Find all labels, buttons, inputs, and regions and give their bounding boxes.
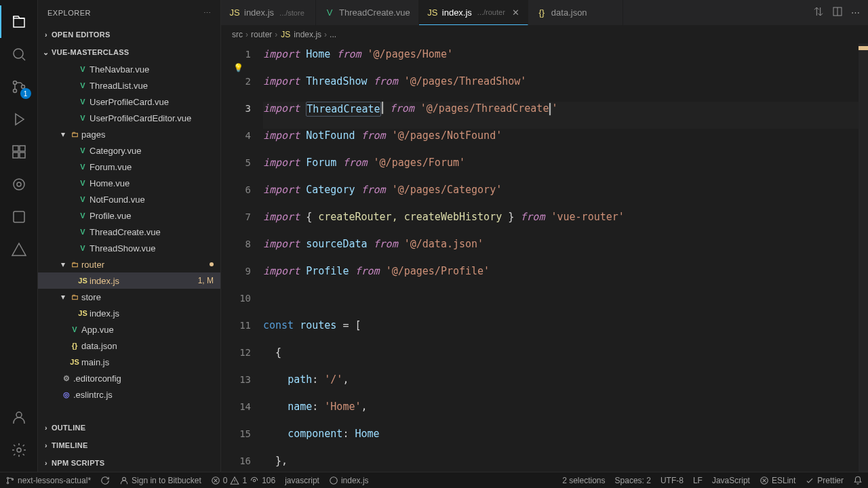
account-icon[interactable] bbox=[0, 401, 38, 434]
editor-body[interactable]: 1💡2345678910111213141516 import Home fro… bbox=[221, 43, 868, 472]
radio-count: 106 bbox=[262, 476, 275, 485]
timeline-section[interactable]: › TIMELINE bbox=[38, 436, 220, 454]
scm-activity-icon[interactable]: 1 bbox=[0, 70, 38, 103]
tree-file[interactable]: {}data.json bbox=[38, 338, 220, 354]
encoding-status[interactable]: UTF-8 bbox=[660, 476, 684, 485]
tab-bar: JSindex.js.../storeVThreadCreate.vueJSin… bbox=[221, 0, 868, 26]
chevron-right-icon: › bbox=[41, 30, 52, 39]
split-editor-icon[interactable] bbox=[832, 6, 843, 19]
extensions-activity-icon[interactable] bbox=[0, 136, 38, 168]
tree-file[interactable]: VThreadList.vue bbox=[38, 77, 220, 94]
svg-point-17 bbox=[123, 477, 126, 481]
tree-folder[interactable]: ▾🗀pages bbox=[38, 126, 220, 142]
tab-actions: ⋯ bbox=[805, 0, 868, 25]
npm-scripts-section[interactable]: › NPM SCRIPTS bbox=[38, 454, 220, 472]
tree-file[interactable]: VApp.vue bbox=[38, 321, 220, 338]
tree-folder[interactable]: ▾🗀router bbox=[38, 256, 220, 272]
code-content[interactable]: import Home from '@/pages/Home'import Th… bbox=[263, 43, 868, 472]
tree-file[interactable]: JSindex.js bbox=[38, 305, 220, 321]
notifications-icon[interactable] bbox=[853, 476, 863, 485]
status-bar: next-lessons-actual* Sign in to Bitbucke… bbox=[0, 472, 868, 488]
tree-file[interactable]: ⚙.editorconfig bbox=[38, 370, 220, 386]
tree-folder[interactable]: ▾🗀store bbox=[38, 289, 220, 305]
breadcrumb-item[interactable]: ... bbox=[330, 30, 336, 39]
chevron-right-icon: › bbox=[324, 30, 327, 39]
tree-file[interactable]: VThreadShow.vue bbox=[38, 240, 220, 256]
open-editors-section[interactable]: › OPEN EDITORS bbox=[38, 26, 220, 43]
chevron-down-icon: ⌄ bbox=[41, 48, 52, 57]
debug-activity-icon[interactable] bbox=[0, 103, 38, 136]
tree-file[interactable]: VHome.vue bbox=[38, 175, 220, 191]
minimap-marker bbox=[859, 46, 868, 50]
chevron-right-icon: › bbox=[245, 30, 248, 39]
file-tree: VTheNavbar.vueVThreadList.vueVUserProfil… bbox=[38, 61, 220, 419]
workspace-section[interactable]: ⌄ VUE-MASTERCLASS bbox=[38, 43, 220, 61]
warning-count: 1 bbox=[242, 476, 247, 485]
file-status[interactable]: index.js bbox=[329, 476, 369, 485]
file-label: index.js bbox=[341, 476, 369, 485]
breadcrumb-item[interactable]: src bbox=[232, 30, 243, 39]
breadcrumbs[interactable]: src › router › JS index.js › ... bbox=[221, 26, 868, 43]
more-icon[interactable]: ⋯ bbox=[851, 7, 860, 18]
bitbucket-status[interactable]: Sign in to Bitbucket bbox=[119, 476, 201, 485]
svg-point-12 bbox=[17, 448, 21, 452]
tree-file[interactable]: JSindex.js1, M bbox=[38, 272, 220, 289]
tree-file[interactable]: VProfile.vue bbox=[38, 207, 220, 224]
tree-file[interactable]: VForum.vue bbox=[38, 159, 220, 175]
minimap[interactable] bbox=[859, 43, 868, 472]
breadcrumb-item[interactable]: index.js bbox=[294, 30, 321, 39]
editor-tab[interactable]: {}data.json bbox=[528, 0, 623, 25]
settings-icon[interactable] bbox=[0, 434, 38, 466]
explorer-sidebar: EXPLORER ⋯ › OPEN EDITORS ⌄ VUE-MASTERCL… bbox=[38, 0, 221, 472]
explorer-more-icon[interactable]: ⋯ bbox=[203, 9, 212, 18]
search-activity-icon[interactable] bbox=[0, 38, 38, 70]
svg-point-8 bbox=[14, 179, 24, 190]
close-icon[interactable]: ✕ bbox=[512, 7, 519, 18]
lang-mode: javascript bbox=[285, 476, 319, 485]
tree-file[interactable]: ◎.eslintrc.js bbox=[38, 386, 220, 403]
outline-section[interactable]: › OUTLINE bbox=[38, 419, 220, 436]
svg-point-1 bbox=[13, 81, 16, 85]
problems-status[interactable]: 0 1 106 bbox=[211, 476, 275, 485]
editor-tab[interactable]: JSindex.js.../router✕ bbox=[419, 0, 528, 25]
selections-status[interactable]: 2 selections bbox=[562, 476, 605, 485]
sync-status[interactable] bbox=[100, 476, 110, 485]
eslint-status[interactable]: ESLint bbox=[760, 476, 795, 485]
error-count: 0 bbox=[223, 476, 228, 485]
tree-file[interactable]: VThreadCreate.vue bbox=[38, 224, 220, 240]
language-status[interactable]: JavaScript bbox=[712, 476, 750, 485]
svg-rect-6 bbox=[13, 152, 18, 158]
tree-file[interactable]: VNotFound.vue bbox=[38, 191, 220, 207]
scm-badge: 1 bbox=[20, 88, 31, 99]
tree-file[interactable]: JSmain.js bbox=[38, 354, 220, 370]
chevron-right-icon: › bbox=[41, 459, 52, 467]
branch-status[interactable]: next-lessons-actual* bbox=[5, 476, 91, 485]
tree-file[interactable]: VUserProfileCardEditor.vue bbox=[38, 110, 220, 126]
tree-file[interactable]: VCategory.vue bbox=[38, 142, 220, 159]
svg-point-11 bbox=[16, 412, 22, 418]
branch-name: next-lessons-actual* bbox=[18, 476, 91, 485]
tree-file[interactable]: VUserProfileCard.vue bbox=[38, 94, 220, 110]
editor-area: JSindex.js.../storeVThreadCreate.vueJSin… bbox=[221, 0, 868, 472]
section-label: NPM SCRIPTS bbox=[52, 459, 104, 467]
js-file-icon: JS bbox=[280, 29, 291, 40]
section-label: TIMELINE bbox=[52, 441, 88, 449]
svg-rect-7 bbox=[20, 152, 25, 158]
editor-tab[interactable]: VThreadCreate.vue bbox=[316, 0, 419, 25]
section-label: VUE-MASTERCLASS bbox=[52, 48, 130, 56]
eol-status[interactable]: LF bbox=[693, 476, 703, 485]
compare-icon[interactable] bbox=[813, 6, 824, 19]
box-activity-icon[interactable] bbox=[0, 201, 38, 233]
breadcrumb-item[interactable]: router bbox=[251, 30, 272, 39]
editor-tab[interactable]: JSindex.js.../store bbox=[221, 0, 316, 25]
triangle-activity-icon[interactable] bbox=[0, 233, 38, 266]
explorer-header: EXPLORER ⋯ bbox=[38, 0, 220, 26]
explorer-activity-icon[interactable] bbox=[0, 5, 38, 38]
lens-activity-icon[interactable] bbox=[0, 168, 38, 201]
prettier-status[interactable]: Prettier bbox=[805, 476, 844, 485]
svg-point-15 bbox=[7, 482, 8, 483]
lang-mode-status[interactable]: javascript bbox=[285, 476, 319, 485]
svg-rect-4 bbox=[13, 146, 18, 151]
tree-file[interactable]: VTheNavbar.vue bbox=[38, 61, 220, 77]
spaces-status[interactable]: Spaces: 2 bbox=[615, 476, 651, 485]
